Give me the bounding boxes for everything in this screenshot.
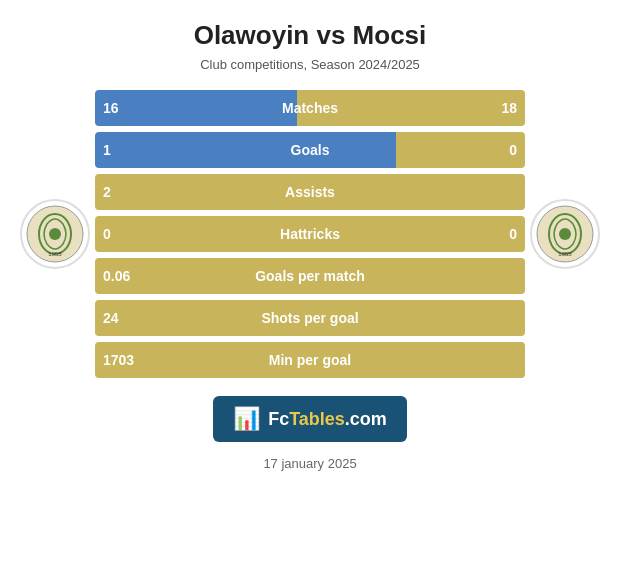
- logo-left: 1955: [15, 199, 95, 269]
- stat-row: 0.06Goals per match: [95, 258, 525, 294]
- svg-point-2: [49, 228, 61, 240]
- logo-circle-right: 1955: [530, 199, 600, 269]
- stat-row: 2Assists: [95, 174, 525, 210]
- stat-right-value: 0: [509, 142, 517, 158]
- svg-point-6: [559, 228, 571, 240]
- page-subtitle: Club competitions, Season 2024/2025: [200, 57, 420, 72]
- logo-circle-left: 1955: [20, 199, 90, 269]
- stat-left-value: 2: [103, 184, 111, 200]
- stat-left-value: 1703: [103, 352, 134, 368]
- footer-date: 17 january 2025: [263, 456, 356, 471]
- stat-left-value: 0: [103, 226, 111, 242]
- svg-text:1955: 1955: [558, 251, 572, 257]
- fctables-icon: 📊: [233, 406, 260, 432]
- stat-row: 0Hattricks0: [95, 216, 525, 252]
- main-content: 1955 16Matches181Goals02Assists0Hattrick…: [10, 90, 610, 378]
- fctables-text: FcTables.com: [268, 409, 387, 430]
- stat-row: 16Matches18: [95, 90, 525, 126]
- fctables-banner[interactable]: 📊 FcTables.com: [213, 396, 407, 442]
- stat-label: Hattricks: [280, 226, 340, 242]
- stat-label: Goals: [291, 142, 330, 158]
- page-wrapper: Olawoyin vs Mocsi Club competitions, Sea…: [0, 0, 620, 580]
- stat-right-value: 18: [501, 100, 517, 116]
- stat-left-value: 16: [103, 100, 119, 116]
- stat-left-value: 0.06: [103, 268, 130, 284]
- stat-row: 1Goals0: [95, 132, 525, 168]
- logo-right: 1955: [525, 199, 605, 269]
- stat-label: Goals per match: [255, 268, 365, 284]
- stat-label: Matches: [282, 100, 338, 116]
- stat-left-value: 24: [103, 310, 119, 326]
- stat-row: 1703Min per goal: [95, 342, 525, 378]
- page-title: Olawoyin vs Mocsi: [194, 20, 427, 51]
- stat-right-value: 0: [509, 226, 517, 242]
- stat-label: Min per goal: [269, 352, 351, 368]
- stat-row: 24Shots per goal: [95, 300, 525, 336]
- svg-text:1955: 1955: [48, 251, 62, 257]
- stat-left-value: 1: [103, 142, 111, 158]
- stat-label: Assists: [285, 184, 335, 200]
- stat-label: Shots per goal: [261, 310, 358, 326]
- stats-container: 16Matches181Goals02Assists0Hattricks00.0…: [95, 90, 525, 378]
